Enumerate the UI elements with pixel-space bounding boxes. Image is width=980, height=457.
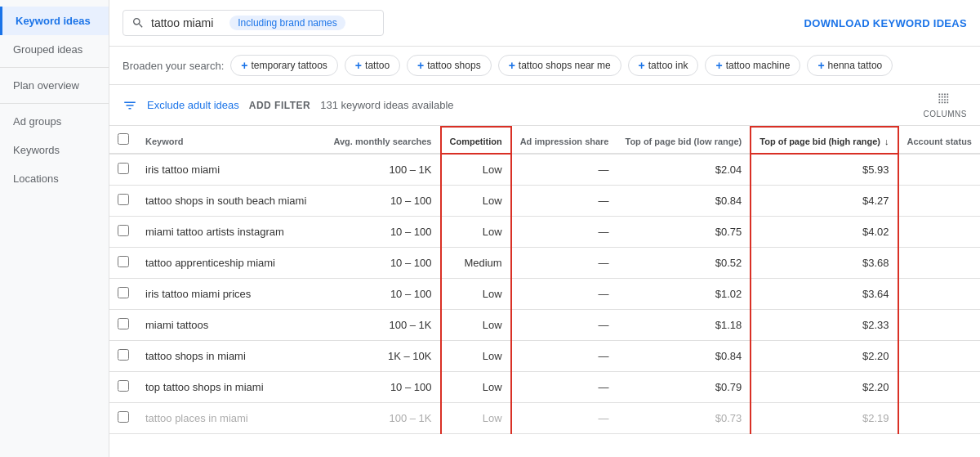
row-top-high: $2.20 [751, 372, 898, 403]
row-top-high: $3.68 [751, 248, 898, 279]
row-competition: Low [441, 186, 511, 217]
row-keyword: tattoo places in miami [137, 403, 325, 434]
row-account-status [898, 217, 980, 248]
row-ad-impression: — [511, 310, 617, 341]
row-account-status [898, 279, 980, 310]
chip-plus-icon: + [817, 59, 824, 72]
row-competition: Low [441, 217, 511, 248]
row-account-status [898, 154, 980, 186]
sidebar-item-keywords[interactable]: Keywords [0, 136, 109, 164]
exclude-adult-ideas-link[interactable]: Exclude adult ideas [147, 99, 239, 111]
row-checkbox[interactable] [118, 225, 129, 236]
row-avg-monthly: 100 – 1K [325, 154, 440, 186]
search-query: tattoo miami [151, 16, 213, 29]
row-checkbox[interactable] [118, 163, 129, 174]
row-ad-impression: — [511, 248, 617, 279]
row-checkbox[interactable] [118, 194, 129, 205]
row-keyword: top tattoo shops in miami [137, 372, 325, 403]
broaden-chip-tattoo-shops[interactable]: + tattoo shops [407, 55, 492, 76]
search-bar-area: tattoo miami Including brand names DOWNL… [109, 0, 980, 47]
row-ad-impression: — [511, 279, 617, 310]
row-ad-impression: — [511, 154, 617, 186]
row-checkbox-cell [109, 186, 137, 217]
row-keyword: iris tattoo miami prices [137, 279, 325, 310]
sidebar-item-keyword-ideas[interactable]: Keyword ideas [0, 7, 109, 35]
broaden-chip-henna-tattoo[interactable]: + henna tattoo [807, 55, 893, 76]
row-account-status [898, 310, 980, 341]
row-top-high: $4.27 [751, 186, 898, 217]
row-checkbox[interactable] [118, 411, 129, 423]
header-account-status: Account status [898, 127, 980, 154]
row-keyword: tattoo apprenticeship miami [137, 248, 325, 279]
main-content: tattoo miami Including brand names DOWNL… [109, 0, 980, 457]
row-checkbox[interactable] [118, 349, 129, 361]
columns-button[interactable]: COLUMNS [923, 92, 967, 119]
download-keyword-ideas-button[interactable]: DOWNLOAD KEYWORD IDEAS [804, 17, 967, 29]
row-top-low: $0.52 [617, 248, 751, 279]
row-keyword: miami tattoos [137, 310, 325, 341]
brand-names-tag[interactable]: Including brand names [229, 16, 345, 30]
keyword-table: Keyword Avg. monthly searches Competitio… [109, 126, 980, 434]
header-checkbox-cell [109, 127, 137, 154]
row-avg-monthly: 1K – 10K [325, 341, 440, 372]
table-row: tattoo apprenticeship miami 10 – 100 Med… [109, 248, 980, 279]
sidebar-item-ad-groups[interactable]: Ad groups [0, 107, 109, 136]
filter-bar: Exclude adult ideas ADD FILTER 131 keywo… [109, 85, 980, 126]
row-checkbox-cell [109, 341, 137, 372]
row-competition: Low [441, 341, 511, 372]
row-competition: Low [441, 154, 511, 186]
header-competition: Competition [441, 127, 511, 154]
sidebar-item-plan-overview[interactable]: Plan overview [0, 71, 109, 100]
header-avg-monthly: Avg. monthly searches [325, 127, 440, 154]
header-top-high[interactable]: Top of page bid (high range) ↓ [751, 127, 898, 154]
columns-icon [937, 92, 953, 108]
row-checkbox[interactable] [118, 287, 129, 298]
row-top-low: $0.79 [617, 372, 751, 403]
table-row: tattoo shops in south beach miami 10 – 1… [109, 186, 980, 217]
broaden-chip-tattoo-ink[interactable]: + tattoo ink [628, 55, 699, 76]
row-checkbox-cell [109, 310, 137, 341]
broaden-chip-temporary-tattoos[interactable]: + temporary tattoos [230, 55, 338, 76]
row-top-low: $1.18 [617, 310, 751, 341]
row-checkbox[interactable] [118, 380, 129, 392]
row-top-low: $0.73 [617, 403, 751, 434]
row-keyword: tattoo shops in miami [137, 341, 325, 372]
row-account-status [898, 248, 980, 279]
sidebar: Keyword ideasGrouped ideasPlan overviewA… [0, 0, 109, 457]
keyword-count: 131 keyword ideas available [320, 99, 453, 111]
row-top-high: $4.02 [751, 217, 898, 248]
row-avg-monthly: 100 – 1K [325, 403, 440, 434]
row-keyword: miami tattoo artists instagram [137, 217, 325, 248]
row-top-high: $2.33 [751, 310, 898, 341]
table-row: iris tattoo miami prices 10 – 100 Low — … [109, 279, 980, 310]
row-checkbox[interactable] [118, 318, 129, 329]
sidebar-item-locations[interactable]: Locations [0, 164, 109, 193]
broaden-chip-tattoo-shops-near-me[interactable]: + tattoo shops near me [498, 55, 621, 76]
row-top-high: $5.93 [751, 154, 898, 186]
search-icon [131, 16, 145, 29]
row-top-low: $0.84 [617, 186, 751, 217]
row-account-status [898, 186, 980, 217]
table-row: miami tattoos 100 – 1K Low — $1.18 $2.33 [109, 310, 980, 341]
table-row: tattoo places in miami 100 – 1K Low — $0… [109, 403, 980, 434]
select-all-checkbox[interactable] [118, 133, 129, 145]
row-checkbox-cell [109, 279, 137, 310]
table-row: tattoo shops in miami 1K – 10K Low — $0.… [109, 341, 980, 372]
row-competition: Low [441, 372, 511, 403]
row-keyword: tattoo shops in south beach miami [137, 186, 325, 217]
row-ad-impression: — [511, 217, 617, 248]
row-account-status [898, 372, 980, 403]
row-checkbox-cell [109, 217, 137, 248]
row-avg-monthly: 10 – 100 [325, 248, 440, 279]
add-filter-button[interactable]: ADD FILTER [249, 100, 310, 111]
search-box[interactable]: tattoo miami Including brand names [122, 10, 384, 36]
broaden-chip-tattoo[interactable]: + tattoo [345, 55, 400, 76]
row-ad-impression: — [511, 186, 617, 217]
row-ad-impression: — [511, 341, 617, 372]
keyword-table-container: Keyword Avg. monthly searches Competitio… [109, 126, 980, 457]
broaden-label: Broaden your search: [122, 60, 224, 72]
broaden-chip-tattoo-machine[interactable]: + tattoo machine [705, 55, 800, 76]
sidebar-item-grouped-ideas[interactable]: Grouped ideas [0, 35, 109, 64]
row-checkbox[interactable] [118, 256, 129, 267]
row-ad-impression: — [511, 403, 617, 434]
